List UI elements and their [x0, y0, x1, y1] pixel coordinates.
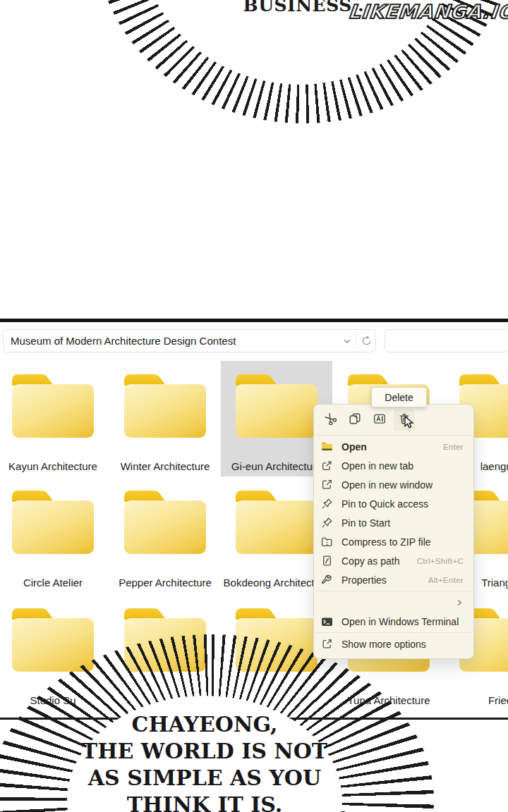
folder-icon [8, 486, 98, 557]
folder-label: Studio Su [0, 694, 109, 706]
chevron-down-icon[interactable] [338, 337, 356, 345]
menu-item-label: Pin to Start [341, 517, 464, 529]
zip-icon [321, 536, 333, 548]
menu-separator [315, 435, 472, 436]
menu-item-label: Show more options [341, 639, 464, 650]
menu-item-shortcut: Alt+Enter [428, 576, 464, 584]
menu-item[interactable]: Copy as pathCtrl+Shift+C [314, 551, 473, 570]
menu-item[interactable]: Open in new tab [314, 456, 473, 475]
menu-item[interactable]: OpenEnter [314, 437, 473, 456]
copy-button[interactable] [344, 410, 365, 431]
menu-item[interactable]: Pin to Start [314, 513, 473, 532]
folder-icon [321, 441, 333, 453]
context-menu: OpenEnterOpen in new tabOpen in new wind… [313, 404, 474, 659]
folder-icon [231, 370, 322, 441]
folder-item[interactable]: Pepper Architecture [120, 486, 210, 557]
new-tab-icon [321, 460, 333, 472]
search-box[interactable] [385, 329, 508, 352]
context-menu-toolbar [314, 407, 473, 433]
folder-label: Circle Atelier [0, 577, 109, 589]
menu-item[interactable]: PropertiesAlt+Enter [314, 570, 473, 589]
folder-item[interactable]: Bokdeong Architecture [231, 486, 322, 557]
pin-icon [321, 498, 333, 510]
menu-item-label: Open [341, 441, 443, 453]
speech-line: CHAYEONG, [46, 711, 363, 738]
address-bar[interactable]: Museum of Modern Architecture Design Con… [3, 329, 376, 352]
menu-item[interactable] [314, 593, 473, 612]
menu-item-label: Pin to Quick access [341, 498, 464, 510]
menu-item-label: Open in new tab [341, 460, 464, 472]
speech-line: AS SIMPLE AS YOU [46, 765, 363, 792]
folder-icon [231, 486, 322, 557]
panel-border-top [0, 319, 508, 322]
wrench-icon [321, 574, 333, 586]
folder-icon [120, 486, 210, 557]
folder-label: Fried [445, 694, 508, 706]
menu-item[interactable]: Pin to Quick access [314, 494, 473, 513]
terminal-icon [321, 615, 333, 627]
folder-label: Tuna Architecture [333, 694, 445, 706]
delete-tooltip: Delete [371, 387, 427, 407]
address-text: Museum of Modern Architecture Design Con… [4, 335, 338, 347]
folder-item[interactable]: Circle Atelier [8, 486, 98, 557]
refresh-icon[interactable] [357, 336, 375, 346]
rename-icon [373, 412, 386, 428]
menu-item-label: Properties [341, 574, 428, 586]
menu-item-label: Open in new window [341, 479, 464, 491]
comic-page: Museum of Modern Architecture Design Con… [0, 0, 508, 812]
speech-line: THINK IT IS. [46, 792, 363, 812]
pin-icon [321, 517, 333, 529]
copy-icon [349, 412, 361, 428]
rename-button[interactable] [369, 410, 390, 431]
menu-item[interactable]: Show more options [314, 634, 473, 653]
new-window-icon [321, 479, 333, 491]
folder-label: Kayun Architecture [0, 460, 109, 472]
menu-item[interactable]: Open in Windows Terminal [314, 612, 473, 631]
menu-item-shortcut: Enter [443, 443, 464, 451]
more-icon [321, 638, 333, 650]
folder-item[interactable]: Winter Architecture [120, 370, 210, 441]
folder-label: Pepper Architecture [109, 577, 221, 589]
menu-separator [315, 591, 472, 591]
copy-path-icon [321, 555, 333, 567]
menu-item-label: Open in Windows Terminal [341, 616, 464, 627]
tooltip-label: Delete [385, 392, 413, 403]
folder-icon [120, 370, 210, 441]
folder-item[interactable]: Gi-eun Architecture [231, 370, 322, 441]
menu-separator [315, 632, 472, 633]
cut-button[interactable] [320, 410, 341, 431]
menu-item-label: Copy as path [341, 555, 417, 567]
chevron-right-icon [455, 598, 464, 607]
mouse-cursor-icon [404, 416, 415, 432]
menu-item[interactable]: Open in new window [314, 475, 473, 494]
speech-line: THE WORLD IS NOT [46, 738, 363, 765]
context-menu-items: OpenEnterOpen in new tabOpen in new wind… [314, 437, 473, 653]
menu-item-shortcut: Ctrl+Shift+C [417, 557, 464, 565]
folder-item[interactable]: Kayun Architecture [8, 370, 98, 441]
menu-item[interactable]: Compress to ZIP file [314, 532, 473, 551]
folder-label: Winter Architecture [109, 460, 221, 472]
watermark: LIKEMANGA.IO [347, 1, 508, 23]
folder-icon [8, 370, 98, 441]
cut-icon [324, 412, 337, 428]
menu-item-label: Compress to ZIP file [341, 536, 464, 548]
speech-text-bottom: CHAYEONG, THE WORLD IS NOT AS SIMPLE AS … [46, 711, 363, 812]
